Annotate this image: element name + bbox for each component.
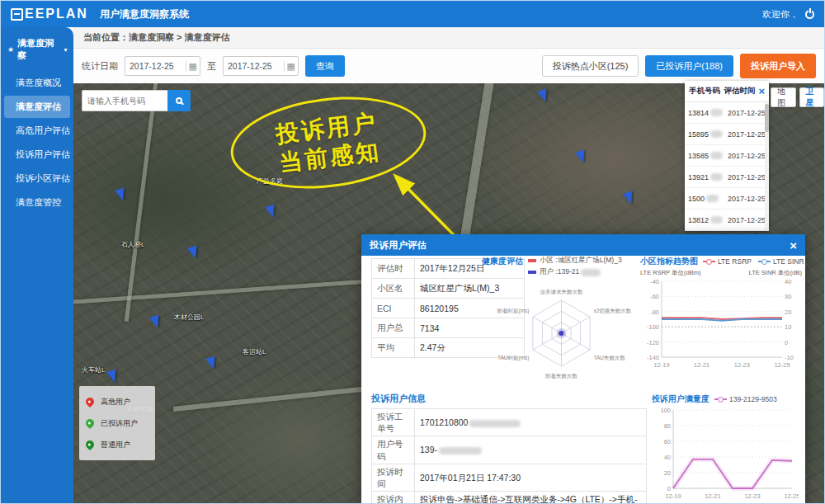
- user-marker-icon[interactable]: [623, 191, 636, 206]
- sidebar-nav: 满意度概况满意度评估高危用户评估投诉用户评估投诉小区评估满意度管控: [1, 72, 73, 214]
- phone-list-row[interactable]: 158952017-12-25: [685, 124, 769, 145]
- user-marker-icon[interactable]: [106, 370, 120, 384]
- sidebar-item[interactable]: 投诉用户评估: [4, 144, 70, 166]
- evaluation-field-label: 评估时: [372, 259, 415, 279]
- date-from-input[interactable]: [128, 60, 182, 72]
- sidebar-root-label: 满意度洞察: [17, 37, 58, 62]
- date-range-to-label: 至: [207, 60, 216, 73]
- map-legend-item: 高危用户: [84, 391, 150, 412]
- complaint-field-value: 1701210800: [415, 409, 647, 436]
- phone-list-panel: 手机号码 评估时间 × 138142017-12-25158952017-12-…: [685, 81, 769, 231]
- sidebar-item[interactable]: 满意度管控: [4, 191, 70, 214]
- hotspot-cells-button[interactable]: 投诉热点小区(125): [542, 55, 639, 77]
- breadcrumb-path: 满意度洞察 > 满意度评估: [129, 31, 230, 44]
- legend-entry: 139-2129-9503: [714, 395, 777, 403]
- date-filter-label: 统计日期: [82, 60, 118, 73]
- phone-list-row[interactable]: 139212017-12-25: [685, 167, 769, 188]
- svg-text:12-25: 12-25: [774, 361, 790, 369]
- svg-text:TAU失败次数: TAU失败次数: [593, 355, 625, 360]
- svg-text:40: 40: [664, 454, 671, 461]
- close-icon[interactable]: ×: [790, 239, 797, 252]
- svg-text:20: 20: [664, 469, 671, 477]
- svg-text:TAU时延(ms): TAU时延(ms): [497, 355, 530, 361]
- user-marker-icon[interactable]: [149, 315, 163, 330]
- user-marker-icon[interactable]: [575, 150, 588, 165]
- legend-entry: LTE RSRP: [703, 257, 752, 266]
- evaluation-field-label: 小区名: [372, 279, 415, 299]
- user-marker-icon[interactable]: [205, 356, 219, 371]
- svg-text:12-25: 12-25: [784, 492, 799, 500]
- legend-entry: 用户 :139-21: [528, 267, 622, 277]
- cell-trend-block: 小区指标趋势图 LTE RSRPLTE SINR LTE RSRP 单位(dBm…: [640, 256, 802, 373]
- sidebar-root-menu[interactable]: ★ 满意度洞察 ▼: [1, 27, 73, 70]
- complaint-field-label: 投诉时间: [372, 464, 415, 491]
- logout-power-icon[interactable]: [805, 10, 814, 19]
- blurred-text: [469, 420, 521, 427]
- panel-scrollbar[interactable]: [765, 102, 769, 231]
- sidebar-item[interactable]: 高危用户评估: [4, 120, 70, 142]
- svg-text:100: 100: [660, 407, 671, 414]
- health-title: 健康度评估: [482, 256, 523, 267]
- close-icon[interactable]: ×: [758, 86, 765, 97]
- map-type-button[interactable]: 卫星: [799, 87, 825, 107]
- legend-entry: LTE SINR: [758, 257, 804, 266]
- svg-text:-60: -60: [650, 293, 659, 300]
- legend-marker-icon: [528, 271, 536, 274]
- evaluation-field-label: ECI: [372, 299, 415, 318]
- map-legend-item: 已投诉用户: [84, 412, 150, 434]
- legend-marker-icon: [703, 261, 715, 262]
- complaint-user-evaluation-popup: 投诉用户评估 × 评估时2017年12月25日小区名城区红星广场L(M)_3EC…: [361, 234, 805, 504]
- search-icon: [176, 97, 182, 104]
- map-type-button[interactable]: 地图: [771, 87, 796, 107]
- svg-text:x2切换失败次数: x2切换失败次数: [593, 308, 631, 314]
- complaint-field-value: 2017年01月21日 17:47:30: [415, 464, 647, 491]
- filter-bar: 统计日期 ▦ 至 ▦ 查询 投诉热点小区(125) 已投诉用户(188) 投诉用…: [73, 49, 824, 83]
- user-marker-icon[interactable]: [265, 205, 278, 219]
- phone-list-row[interactable]: 15002017-12-25: [685, 188, 769, 210]
- complained-users-button[interactable]: 已投诉用户(188): [645, 55, 733, 77]
- phone-list-row[interactable]: 135852017-12-25: [685, 145, 769, 167]
- svg-text:10: 10: [785, 323, 791, 331]
- popup-body: 评估时2017年12月25日小区名城区红星广场L(M)_3ECI86120195…: [361, 256, 805, 504]
- user-marker-icon[interactable]: [537, 89, 550, 104]
- right-axis-caption: LTE SINR 单位(dB): [749, 269, 802, 277]
- complaint-field-value: 投诉申告->基础通信->互联网类业务->4G（LTE）->手机->无法登陆某一网…: [415, 492, 647, 504]
- user-marker-icon[interactable]: [187, 246, 200, 261]
- cell-trend-chart: -40-60-80-100-120-140403020100-1012-1912…: [640, 277, 802, 370]
- date-to-input[interactable]: [226, 60, 280, 72]
- phone-list-row[interactable]: 138122017-12-25: [685, 210, 769, 231]
- import-users-button[interactable]: 投诉用户导入: [740, 54, 816, 78]
- sidebar-item[interactable]: 满意度概况: [4, 72, 70, 94]
- sidebar: ★ 满意度洞察 ▼ 满意度概况满意度评估高危用户评估投诉用户评估投诉小区评估满意…: [1, 27, 73, 503]
- date-to-box: ▦: [223, 56, 299, 76]
- breadcrumb-prefix: 当前位置：: [83, 31, 129, 44]
- sidebar-item[interactable]: 满意度评估: [4, 96, 70, 118]
- svg-text:-100: -100: [647, 323, 659, 331]
- complaint-field-label: 用户号码: [372, 436, 415, 464]
- user-marker-icon[interactable]: [115, 188, 128, 203]
- query-button[interactable]: 查询: [305, 55, 345, 77]
- map-search: [82, 90, 191, 111]
- phone-number: 13812: [688, 216, 723, 224]
- search-button[interactable]: [167, 90, 191, 111]
- svg-text:30: 30: [785, 293, 791, 300]
- sidebar-item[interactable]: 投诉小区评估: [4, 167, 70, 190]
- phone-number: 15895: [688, 130, 723, 139]
- blurred-text: [710, 216, 723, 224]
- calendar-icon[interactable]: ▦: [284, 61, 295, 72]
- map-legend-label: 已投诉用户: [101, 418, 138, 429]
- blurred-text: [710, 152, 723, 159]
- scrollbar-thumb[interactable]: [765, 104, 769, 132]
- svg-text:12-23: 12-23: [734, 361, 750, 369]
- svg-text:12-21: 12-21: [694, 361, 710, 369]
- svg-text:12-19: 12-19: [665, 492, 681, 500]
- logo-icon: [11, 8, 23, 21]
- legend-label: LTE SINR: [773, 257, 804, 266]
- phone-list-row[interactable]: 138142017-12-25: [685, 102, 769, 124]
- svg-text:-80: -80: [650, 309, 659, 316]
- svg-text:业务请求失败次数: 业务请求失败次数: [540, 289, 584, 294]
- calendar-icon[interactable]: ▦: [186, 61, 197, 72]
- phone-search-input[interactable]: [82, 90, 167, 111]
- svg-text:12-19: 12-19: [653, 361, 669, 369]
- legend-label: 小区 :城区红星广场L(M)_3: [540, 256, 622, 266]
